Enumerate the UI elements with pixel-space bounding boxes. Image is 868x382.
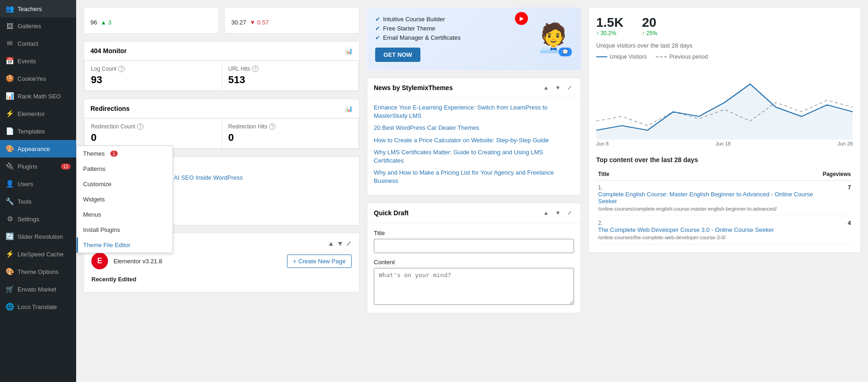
submenu-patterns[interactable]: Patterns xyxy=(77,161,173,176)
top-stats-row: 96 ▲ 3 30.27 ▼ 0.57 xyxy=(84,7,359,34)
news-article-2[interactable]: 20 Best WordPress Car Dealer Themes xyxy=(374,124,574,132)
sidebar-item-envato[interactable]: 🛒 Envato Market xyxy=(0,280,76,298)
eo-expand-btn[interactable]: ⤢ xyxy=(346,240,352,247)
monitor-404-title: 404 Monitor xyxy=(90,47,127,55)
second-change: ↑ 25% xyxy=(642,30,657,36)
analytics-chart: Jun 8 Jun 18 Jun 28 xyxy=(596,66,853,149)
sidebar-item-cookieyes[interactable]: 🍪 CookieYes xyxy=(0,70,76,87)
log-count-label: Log Count ? xyxy=(91,66,215,72)
sidebar-label-cookieyes: CookieYes xyxy=(18,75,46,82)
content-link-2[interactable]: The Complete Web Developer Course 3.0 - … xyxy=(598,226,819,233)
eo-version: Elementor v3.21.8 xyxy=(114,258,162,265)
monitor-404-section: 404 Monitor 📊 Log Count ? 93 URL Hits xyxy=(84,41,359,91)
analytics-visitors: 1.5K ↑ 30.2% xyxy=(596,15,623,36)
sidebar-label-envato: Envato Market xyxy=(18,286,56,293)
recently-edited-section: Recently Edited xyxy=(91,276,352,283)
sidebar-item-contact[interactable]: ✉ Contact xyxy=(0,35,76,52)
sidebar-item-galleries[interactable]: 🖼 Galleries xyxy=(0,18,76,35)
sidebar-item-templates[interactable]: 📄 Templates xyxy=(0,122,76,140)
eo-down-btn[interactable]: ▼ xyxy=(337,240,343,247)
sidebar-item-elementor[interactable]: ⚡ Elementor xyxy=(0,105,76,122)
theme-options-icon: 🎨 xyxy=(6,267,14,276)
redirect-hits-help[interactable]: ? xyxy=(269,123,275,130)
eo-collapse-btn[interactable]: ▲ xyxy=(328,240,334,247)
qd-content-textarea[interactable] xyxy=(374,268,574,305)
cookieyes-icon: 🍪 xyxy=(6,74,14,83)
sidebar-item-settings[interactable]: ⚙ Settings xyxy=(0,210,76,228)
sidebar-item-rankmath[interactable]: 📊 Rank Math SEO xyxy=(0,87,76,105)
plugins-badge: 11 xyxy=(61,164,71,170)
log-count-help[interactable]: ? xyxy=(118,66,125,72)
sidebar-label-events: Events xyxy=(18,58,36,65)
news-expand-btn[interactable]: ⤢ xyxy=(565,84,574,92)
qd-collapse-btn[interactable]: ▲ xyxy=(541,209,551,217)
qd-title-input[interactable] xyxy=(374,239,574,253)
sidebar-item-litespeed[interactable]: ⚡ LiteSpeed Cache xyxy=(0,245,76,263)
url-hits-help[interactable]: ? xyxy=(252,66,258,72)
sidebar-label-rankmath: Rank Math SEO xyxy=(18,93,61,100)
monitor-404-header: 404 Monitor 📊 xyxy=(84,42,359,61)
sidebar-label-users: Users xyxy=(18,181,33,188)
qd-content-label: Content xyxy=(374,259,574,266)
submenu-menus[interactable]: Menus xyxy=(77,207,173,222)
sidebar-item-teachers[interactable]: 👥 Teachers xyxy=(0,0,76,18)
submenu-themes[interactable]: Themes 1 xyxy=(77,146,173,161)
qd-down-btn[interactable]: ▼ xyxy=(553,209,563,217)
top-content-title: Top content over the last 28 days xyxy=(596,156,853,164)
check-icon-2: ✔ xyxy=(375,25,380,32)
sidebar-item-events[interactable]: 📅 Events xyxy=(0,52,76,70)
news-article-4[interactable]: Why LMS Certificates Matter: Guide to Cr… xyxy=(374,148,574,165)
appearance-icon: 🎨 xyxy=(6,145,14,153)
redirect-count-help[interactable]: ? xyxy=(137,123,144,130)
col-title: Title xyxy=(596,168,821,181)
news-controls: ▲ ▼ ⤢ xyxy=(541,84,574,92)
analytics-top-metrics: 1.5K ↑ 30.2% 20 ↑ 25% xyxy=(596,15,853,36)
sidebar-item-slider[interactable]: 🔄 Slider Revolution xyxy=(0,228,76,245)
stat-box-1: 96 ▲ 3 xyxy=(84,7,219,34)
news-collapse-btn[interactable]: ▲ xyxy=(541,84,551,92)
sidebar-item-appearance[interactable]: 🎨 Appearance xyxy=(0,140,76,158)
sidebar: 👥 Teachers 🖼 Galleries ✉ Contact 📅 Event… xyxy=(0,0,76,382)
legend-previous: Previous period xyxy=(656,54,707,60)
legend-line-current xyxy=(596,56,607,57)
news-article-1[interactable]: Enhance Your E-Learning Experience: Swit… xyxy=(374,103,574,120)
chart-svg xyxy=(596,66,853,139)
plugins-icon: 🔌 xyxy=(6,162,14,170)
qd-controls: ▲ ▼ ⤢ xyxy=(541,209,574,217)
news-header: News by StylemixThemes ▲ ▼ ⤢ xyxy=(367,78,581,98)
templates-icon: 📄 xyxy=(6,127,14,135)
submenu-widgets[interactable]: Widgets xyxy=(77,192,173,207)
stat-box-2: 30.27 ▼ 0.57 xyxy=(224,7,359,34)
sidebar-label-plugins: Plugins xyxy=(18,163,37,170)
log-count-stat: Log Count ? 93 xyxy=(84,61,222,91)
news-body: Enhance Your E-Learning Experience: Swit… xyxy=(367,98,581,195)
get-now-button[interactable]: GET NOW xyxy=(375,48,420,62)
redirections-chart-icon: 📊 xyxy=(345,105,353,112)
news-article-3[interactable]: How to Create a Price Calculator on Webs… xyxy=(374,136,574,145)
chart-legend: Unique Visitors Previous period xyxy=(596,54,853,60)
content-cell-1: 1. Complete English Course: Master Engli… xyxy=(596,181,821,216)
content-link-1[interactable]: Complete English Course: Master English … xyxy=(598,191,819,205)
news-article-5[interactable]: Why and How to Make a Pricing List for Y… xyxy=(374,169,574,185)
sidebar-label-settings: Settings xyxy=(18,216,39,223)
recently-edited-label: Recently Edited xyxy=(91,276,352,283)
redirect-count-label: Redirection Count ? xyxy=(91,123,215,130)
news-down-btn[interactable]: ▼ xyxy=(553,84,563,92)
redirect-hits-value: 0 xyxy=(228,132,353,144)
submenu-customize[interactable]: Customize xyxy=(77,176,173,192)
sidebar-item-plugins[interactable]: 🔌 Plugins 11 xyxy=(0,158,76,175)
middle-panel: ✔ Intuitive Course Builder ✔ Free Starte… xyxy=(367,0,588,382)
submenu-install-plugins[interactable]: Install Plugins xyxy=(77,222,173,237)
sidebar-label-contact: Contact xyxy=(18,40,38,47)
plus-icon: + xyxy=(293,258,297,265)
youtube-badge: ▶ xyxy=(515,12,528,25)
litespeed-icon: ⚡ xyxy=(6,250,14,258)
sidebar-item-users[interactable]: 👤 Users xyxy=(0,175,76,193)
qd-expand-btn[interactable]: ⤢ xyxy=(565,209,574,217)
sidebar-item-tools[interactable]: 🔧 Tools xyxy=(0,193,76,210)
submenu-theme-file-editor[interactable]: Theme File Editor xyxy=(77,237,173,253)
create-new-page-button[interactable]: + Create New Page xyxy=(287,255,352,268)
sidebar-item-loco[interactable]: 🌐 Loco Translate xyxy=(0,298,76,315)
content-table: Title Pageviews 1. Complete English Cour… xyxy=(596,168,853,245)
sidebar-item-theme-options[interactable]: 🎨 Theme Options xyxy=(0,263,76,280)
